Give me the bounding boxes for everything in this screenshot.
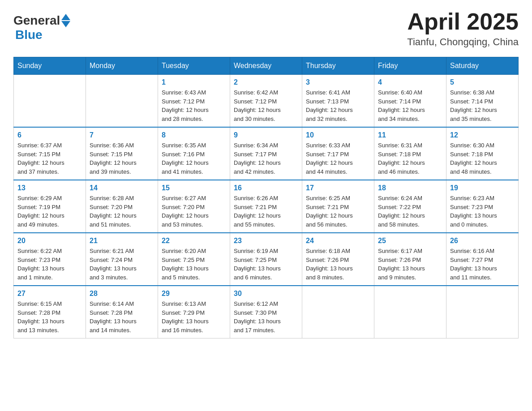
calendar-week-row: 1Sunrise: 6:43 AM Sunset: 7:12 PM Daylig… — [14, 75, 519, 128]
calendar-cell: 20Sunrise: 6:22 AM Sunset: 7:23 PM Dayli… — [14, 233, 86, 286]
logo: General Blue — [13, 13, 70, 42]
calendar-cell — [302, 286, 374, 338]
logo-icon — [61, 14, 70, 27]
day-info: Sunrise: 6:43 AM Sunset: 7:12 PM Dayligh… — [162, 88, 226, 123]
day-number: 17 — [306, 184, 370, 192]
calendar-week-row: 27Sunrise: 6:15 AM Sunset: 7:28 PM Dayli… — [14, 286, 519, 338]
day-number: 10 — [306, 131, 370, 139]
day-number: 5 — [450, 78, 515, 86]
day-number: 12 — [450, 131, 515, 139]
day-info: Sunrise: 6:35 AM Sunset: 7:16 PM Dayligh… — [162, 141, 226, 176]
day-number: 14 — [90, 184, 154, 192]
day-info: Sunrise: 6:15 AM Sunset: 7:28 PM Dayligh… — [17, 300, 82, 334]
day-number: 25 — [378, 237, 442, 245]
day-info: Sunrise: 6:29 AM Sunset: 7:19 PM Dayligh… — [17, 194, 82, 229]
calendar-cell: 25Sunrise: 6:17 AM Sunset: 7:26 PM Dayli… — [374, 233, 446, 286]
weekday-header-tuesday: Tuesday — [158, 57, 230, 75]
day-info: Sunrise: 6:40 AM Sunset: 7:14 PM Dayligh… — [378, 88, 442, 123]
calendar-cell: 27Sunrise: 6:15 AM Sunset: 7:28 PM Dayli… — [14, 286, 86, 338]
calendar-cell: 6Sunrise: 6:37 AM Sunset: 7:15 PM Daylig… — [14, 127, 86, 180]
page-header: General Blue April 2025 Tianfu, Chongqin… — [13, 9, 519, 48]
calendar-cell: 29Sunrise: 6:13 AM Sunset: 7:29 PM Dayli… — [158, 286, 230, 338]
day-info: Sunrise: 6:25 AM Sunset: 7:21 PM Dayligh… — [306, 194, 370, 229]
calendar-cell: 3Sunrise: 6:41 AM Sunset: 7:13 PM Daylig… — [302, 75, 374, 128]
calendar-cell: 12Sunrise: 6:30 AM Sunset: 7:18 PM Dayli… — [446, 127, 519, 180]
day-info: Sunrise: 6:23 AM Sunset: 7:23 PM Dayligh… — [450, 194, 515, 229]
day-number: 3 — [306, 78, 370, 86]
calendar-cell: 30Sunrise: 6:12 AM Sunset: 7:30 PM Dayli… — [230, 286, 302, 338]
day-number: 29 — [162, 290, 226, 298]
day-number: 4 — [378, 78, 442, 86]
logo-triangle-down — [61, 21, 70, 27]
weekday-header-wednesday: Wednesday — [230, 57, 302, 75]
day-number: 18 — [378, 184, 442, 192]
calendar-cell: 13Sunrise: 6:29 AM Sunset: 7:19 PM Dayli… — [14, 180, 86, 233]
weekday-header-friday: Friday — [374, 57, 446, 75]
calendar-cell: 5Sunrise: 6:38 AM Sunset: 7:14 PM Daylig… — [446, 75, 519, 128]
day-number: 7 — [90, 131, 154, 139]
day-info: Sunrise: 6:21 AM Sunset: 7:24 PM Dayligh… — [90, 247, 154, 282]
logo-general-text: General — [13, 13, 60, 28]
calendar-cell: 17Sunrise: 6:25 AM Sunset: 7:21 PM Dayli… — [302, 180, 374, 233]
day-info: Sunrise: 6:13 AM Sunset: 7:29 PM Dayligh… — [162, 300, 226, 334]
calendar-cell — [14, 75, 86, 128]
day-number: 8 — [162, 131, 226, 139]
day-number: 26 — [450, 237, 515, 245]
day-info: Sunrise: 6:42 AM Sunset: 7:12 PM Dayligh… — [234, 88, 298, 123]
day-number: 23 — [234, 237, 298, 245]
calendar-cell: 8Sunrise: 6:35 AM Sunset: 7:16 PM Daylig… — [158, 127, 230, 180]
calendar-cell: 14Sunrise: 6:28 AM Sunset: 7:20 PM Dayli… — [86, 180, 158, 233]
calendar-cell: 19Sunrise: 6:23 AM Sunset: 7:23 PM Dayli… — [446, 180, 519, 233]
month-year-title: April 2025 — [407, 9, 519, 34]
day-number: 13 — [17, 184, 82, 192]
day-info: Sunrise: 6:34 AM Sunset: 7:17 PM Dayligh… — [234, 141, 298, 176]
title-section: April 2025 Tianfu, Chongqing, China — [407, 9, 519, 48]
calendar-cell: 2Sunrise: 6:42 AM Sunset: 7:12 PM Daylig… — [230, 75, 302, 128]
calendar-cell: 1Sunrise: 6:43 AM Sunset: 7:12 PM Daylig… — [158, 75, 230, 128]
calendar-cell — [374, 286, 446, 338]
day-info: Sunrise: 6:14 AM Sunset: 7:28 PM Dayligh… — [90, 300, 154, 334]
day-info: Sunrise: 6:41 AM Sunset: 7:13 PM Dayligh… — [306, 88, 370, 123]
calendar-cell: 7Sunrise: 6:36 AM Sunset: 7:15 PM Daylig… — [86, 127, 158, 180]
calendar-cell: 18Sunrise: 6:24 AM Sunset: 7:22 PM Dayli… — [374, 180, 446, 233]
logo-triangle-up — [61, 14, 70, 20]
day-info: Sunrise: 6:36 AM Sunset: 7:15 PM Dayligh… — [90, 141, 154, 176]
calendar-cell — [86, 75, 158, 128]
day-number: 22 — [162, 237, 226, 245]
logo-blue-text: Blue — [15, 28, 43, 42]
day-info: Sunrise: 6:26 AM Sunset: 7:21 PM Dayligh… — [234, 194, 298, 229]
day-info: Sunrise: 6:17 AM Sunset: 7:26 PM Dayligh… — [378, 247, 442, 282]
day-info: Sunrise: 6:27 AM Sunset: 7:20 PM Dayligh… — [162, 194, 226, 229]
day-number: 16 — [234, 184, 298, 192]
calendar-cell: 11Sunrise: 6:31 AM Sunset: 7:18 PM Dayli… — [374, 127, 446, 180]
weekday-header-monday: Monday — [86, 57, 158, 75]
calendar-cell — [446, 286, 519, 338]
day-info: Sunrise: 6:16 AM Sunset: 7:27 PM Dayligh… — [450, 247, 515, 282]
day-number: 11 — [378, 131, 442, 139]
day-number: 20 — [17, 237, 82, 245]
calendar-week-row: 13Sunrise: 6:29 AM Sunset: 7:19 PM Dayli… — [14, 180, 519, 233]
calendar-cell: 10Sunrise: 6:33 AM Sunset: 7:17 PM Dayli… — [302, 127, 374, 180]
calendar-cell: 16Sunrise: 6:26 AM Sunset: 7:21 PM Dayli… — [230, 180, 302, 233]
location-subtitle: Tianfu, Chongqing, China — [407, 36, 519, 48]
day-number: 28 — [90, 290, 154, 298]
day-info: Sunrise: 6:38 AM Sunset: 7:14 PM Dayligh… — [450, 88, 515, 123]
day-number: 2 — [234, 78, 298, 86]
calendar-cell: 21Sunrise: 6:21 AM Sunset: 7:24 PM Dayli… — [86, 233, 158, 286]
weekday-header-saturday: Saturday — [446, 57, 519, 75]
day-number: 30 — [234, 290, 298, 298]
day-info: Sunrise: 6:12 AM Sunset: 7:30 PM Dayligh… — [234, 300, 298, 334]
weekday-header-row: SundayMondayTuesdayWednesdayThursdayFrid… — [14, 57, 519, 75]
day-info: Sunrise: 6:22 AM Sunset: 7:23 PM Dayligh… — [17, 247, 82, 282]
day-info: Sunrise: 6:20 AM Sunset: 7:25 PM Dayligh… — [162, 247, 226, 282]
calendar-cell: 23Sunrise: 6:19 AM Sunset: 7:25 PM Dayli… — [230, 233, 302, 286]
day-info: Sunrise: 6:28 AM Sunset: 7:20 PM Dayligh… — [90, 194, 154, 229]
weekday-header-sunday: Sunday — [14, 57, 86, 75]
day-number: 19 — [450, 184, 515, 192]
calendar-cell: 22Sunrise: 6:20 AM Sunset: 7:25 PM Dayli… — [158, 233, 230, 286]
day-info: Sunrise: 6:24 AM Sunset: 7:22 PM Dayligh… — [378, 194, 442, 229]
day-info: Sunrise: 6:18 AM Sunset: 7:26 PM Dayligh… — [306, 247, 370, 282]
day-number: 21 — [90, 237, 154, 245]
calendar-table: SundayMondayTuesdayWednesdayThursdayFrid… — [13, 57, 519, 338]
day-info: Sunrise: 6:30 AM Sunset: 7:18 PM Dayligh… — [450, 141, 515, 176]
